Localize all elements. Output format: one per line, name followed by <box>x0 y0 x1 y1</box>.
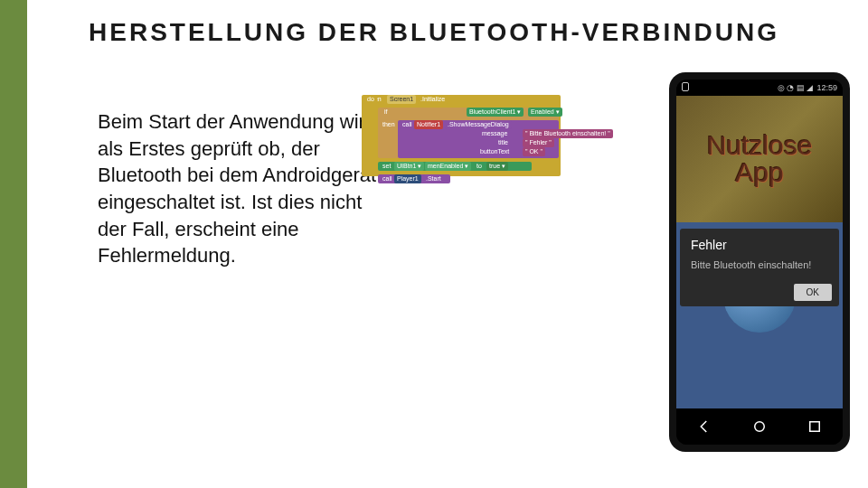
label-set: set <box>380 162 393 171</box>
label-init: .Initialize <box>418 95 448 104</box>
label-call1: call <box>400 120 415 129</box>
svg-rect-2 <box>810 422 820 432</box>
phone-mockup: ◎ ◔ ▤ ◢ 12:59 Nutzlose App Fehler Bitte … <box>669 72 850 452</box>
slide-title: HERSTELLUNG DER BLUETOOTH-VERBINDUNG <box>0 18 868 47</box>
slide-body-text: Beim Start der Anwendung wird als Erstes… <box>98 108 378 269</box>
label-call2: call <box>380 174 395 183</box>
phone-screen: ◎ ◔ ▤ ◢ 12:59 Nutzlose App Fehler Bitte … <box>676 80 843 445</box>
label-do: do <box>364 95 377 104</box>
block-enabled: Enabled ▾ <box>528 108 562 117</box>
nav-home-icon[interactable] <box>751 418 768 435</box>
label-screen: Screen1 <box>387 95 416 104</box>
label-buttontext: buttonText <box>477 147 512 156</box>
value-title: " Fehler " <box>523 138 554 147</box>
svg-point-1 <box>755 422 765 432</box>
value-buttontext: " OK " <box>523 147 545 156</box>
nav-recent-icon[interactable] <box>807 418 823 435</box>
lock-icon <box>682 82 689 91</box>
label-message: message <box>479 129 510 138</box>
label-then: then <box>380 120 398 129</box>
block-notifier: Notifier1 <box>414 120 443 129</box>
block-bt-client: BluetoothClient1 ▾ <box>467 108 524 117</box>
dialog-ok-button[interactable]: OK <box>794 284 832 301</box>
status-bar: ◎ ◔ ▤ ◢ 12:59 <box>676 80 843 96</box>
block-menabled: menEnabled ▾ <box>425 162 471 171</box>
nav-bar <box>676 408 843 445</box>
label-start: .Start <box>423 174 444 183</box>
value-true: true ▾ <box>486 162 508 171</box>
block-player: Player1 <box>394 174 421 183</box>
label-showdialog: .ShowMessageDialog <box>445 120 512 129</box>
status-time: 12:59 <box>816 83 837 92</box>
label-title: title <box>495 138 511 147</box>
app-title-line2: App <box>735 159 783 186</box>
arrow-to-phone <box>556 136 665 137</box>
error-dialog: Fehler Bitte Bluetooth einschalten! OK <box>680 229 839 306</box>
status-icons: ◎ ◔ ▤ ◢ <box>778 83 814 92</box>
label-to: to <box>474 162 485 171</box>
label-if: if <box>382 108 391 117</box>
nav-back-icon[interactable] <box>696 418 712 435</box>
dialog-message: Bitte Bluetooth einschalten! <box>691 259 828 270</box>
app-banner: Nutzlose App <box>676 96 843 222</box>
block-uibtn: UIBtn1 ▾ <box>394 162 424 171</box>
dialog-title: Fehler <box>691 238 828 252</box>
app-title-line1: Nutzlose <box>707 132 813 159</box>
slide-accent-bar <box>0 0 27 488</box>
